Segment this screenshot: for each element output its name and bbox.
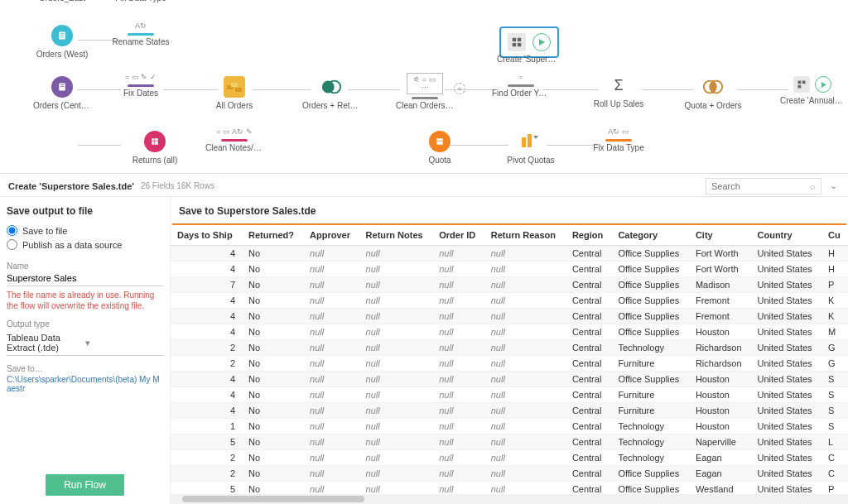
- table-cell: null: [432, 419, 484, 434]
- node-fix-data-type-top[interactable]: Fix Data Type: [112, 0, 170, 2]
- output-type-select[interactable]: Tableau Data Extract (.tde) ▾: [7, 330, 163, 356]
- radio-save-to-file-input[interactable]: [7, 225, 17, 236]
- table-row[interactable]: 4NonullnullnullnullCentralOffice Supplie…: [171, 293, 848, 309]
- table-row[interactable]: 2NonullnullnullnullCentralOffice Supplie…: [171, 466, 848, 482]
- table-cell: Office Supplies: [611, 293, 689, 309]
- table-cell: United States: [751, 293, 822, 309]
- table-cell: null: [359, 403, 433, 419]
- table-row[interactable]: 4NonullnullnullnullCentralOffice Supplie…: [171, 246, 848, 262]
- radio-save-to-file[interactable]: Save to file: [7, 225, 163, 236]
- table-cell: No: [242, 450, 303, 466]
- flow-canvas[interactable]: Orders_East Fix Data Type Orders (West) …: [0, 0, 848, 174]
- column-header[interactable]: Region: [566, 225, 612, 246]
- table-cell: null: [359, 324, 433, 340]
- table-cell: null: [359, 482, 433, 495]
- table-row[interactable]: 4NonullnullnullnullCentralOffice Supplie…: [171, 309, 848, 324]
- node-rename-states[interactable]: A↻ Rename States: [112, 22, 170, 46]
- table-row[interactable]: 2NonullnullnullnullCentralTechnologyRich…: [171, 340, 848, 356]
- table-cell: Central: [566, 262, 612, 277]
- table-row[interactable]: 4NonullnullnullnullCentralOffice Supplie…: [171, 262, 848, 277]
- node-orders-returns[interactable]: Orders + Returns: [302, 76, 360, 110]
- table-cell: Central: [566, 482, 612, 495]
- table-row[interactable]: 1NonullnullnullnullCentralTechnologyHous…: [171, 419, 848, 434]
- horizontal-scrollbar[interactable]: [171, 494, 848, 504]
- table-cell: Central: [566, 450, 612, 466]
- table-row[interactable]: 2NonullnullnullnullCentralTechnologyEaga…: [171, 450, 848, 466]
- table-cell: null: [432, 482, 484, 495]
- panel-menu-caret-icon[interactable]: ⌄: [830, 180, 840, 191]
- node-orders-east[interactable]: Orders_East: [33, 0, 91, 2]
- table-cell: United States: [751, 277, 822, 293]
- table-cell: P: [822, 277, 848, 293]
- table-cell: null: [432, 277, 484, 293]
- table-row[interactable]: 5NonullnullnullnullCentralOffice Supplie…: [171, 482, 848, 495]
- table-cell: Central: [566, 372, 612, 387]
- table-cell: 2: [171, 450, 242, 466]
- table-cell: Furniture: [611, 356, 689, 372]
- table-cell: null: [484, 419, 566, 434]
- radio-publish-input[interactable]: [7, 239, 17, 250]
- node-create-superstore[interactable]: [499, 26, 559, 58]
- node-all-orders[interactable]: All Orders: [205, 76, 263, 110]
- scrollbar-thumb[interactable]: [182, 496, 364, 502]
- node-returns-all[interactable]: Returns (all): [126, 131, 184, 165]
- search-box[interactable]: ⌕: [706, 178, 822, 194]
- datasource-icon: [51, 25, 73, 46]
- step-type-icon: A↻ ▭: [590, 127, 648, 136]
- table-row[interactable]: 2NonullnullnullnullCentralFurnitureRicha…: [171, 356, 848, 372]
- table-cell: null: [303, 340, 359, 356]
- column-header[interactable]: Days to Ship: [171, 225, 242, 246]
- node-orders-west[interactable]: Orders (West): [33, 25, 91, 59]
- node-orders-central[interactable]: Orders (Central): [33, 76, 91, 110]
- node-find-order-year[interactable]: = Find Order Year: [492, 73, 550, 98]
- node-quota[interactable]: Quota: [411, 131, 469, 165]
- search-input[interactable]: [711, 181, 810, 191]
- table-row[interactable]: 4NonullnullnullnullCentralOffice Supplie…: [171, 324, 848, 340]
- node-fix-data-type-bottom[interactable]: A↻ ▭ Fix Data Type: [590, 127, 648, 152]
- table-cell: null: [303, 246, 359, 262]
- node-pivot-quotas[interactable]: Pivot Quotas: [502, 131, 560, 165]
- table-cell: null: [484, 324, 566, 340]
- column-header[interactable]: Returned?: [242, 225, 303, 246]
- table-cell: Madison: [689, 277, 751, 293]
- svg-rect-7: [152, 138, 158, 145]
- table-cell: Central: [566, 324, 612, 340]
- node-create-annual[interactable]: Create 'Annual …: [780, 76, 845, 105]
- column-header[interactable]: Country: [751, 225, 822, 246]
- table-cell: 4: [171, 387, 242, 403]
- table-cell: null: [359, 309, 433, 324]
- datasource-icon: [51, 76, 73, 98]
- table-row[interactable]: 4NonullnullnullnullCentralFurnitureHoust…: [171, 387, 848, 403]
- svg-rect-6: [60, 86, 65, 87]
- column-header[interactable]: Return Reason: [484, 225, 566, 246]
- column-header[interactable]: Approver: [303, 225, 359, 246]
- table-row[interactable]: 7NonullnullnullnullCentralOffice Supplie…: [171, 277, 848, 293]
- save-to-path[interactable]: C:\Users\sparker\Documents\(beta) My Mae…: [7, 375, 163, 393]
- node-fix-dates[interactable]: = ▭ ✎ ✓ Fix Dates: [112, 73, 170, 98]
- node-clean-notes[interactable]: = ▭ A↻ ✎ Clean Notes/Ap…: [205, 127, 263, 152]
- column-header[interactable]: City: [689, 225, 751, 246]
- run-icon[interactable]: [815, 76, 831, 93]
- column-header[interactable]: Order ID: [432, 225, 484, 246]
- column-header[interactable]: Cu: [822, 225, 848, 246]
- data-table-scroll[interactable]: Days to ShipReturned?ApproverReturn Note…: [171, 225, 848, 494]
- add-step-button[interactable]: +: [454, 83, 465, 94]
- radio-publish[interactable]: Publish as a data source: [7, 239, 163, 250]
- column-header[interactable]: Category: [611, 225, 689, 246]
- name-input[interactable]: [7, 271, 163, 286]
- node-clean-orders[interactable]: ⚟ = ▭ ⋯ Clean Orders + …: [396, 73, 454, 110]
- svg-rect-3: [60, 37, 65, 38]
- table-cell: Fremont: [689, 309, 751, 324]
- table-cell: No: [242, 262, 303, 277]
- run-icon[interactable]: [532, 33, 551, 51]
- table-row[interactable]: 4NonullnullnullnullCentralOffice Supplie…: [171, 372, 848, 387]
- node-quota-orders[interactable]: Quota + Orders: [684, 76, 742, 110]
- table-cell: null: [432, 309, 484, 324]
- run-flow-button[interactable]: Run Flow: [46, 474, 124, 496]
- table-row[interactable]: 4NonullnullnullnullCentralFurnitureHoust…: [171, 403, 848, 419]
- table-cell: null: [359, 466, 433, 482]
- column-header[interactable]: Return Notes: [359, 225, 433, 246]
- table-cell: Houston: [689, 403, 751, 419]
- table-row[interactable]: 5NonullnullnullnullCentralTechnologyNape…: [171, 434, 848, 450]
- node-roll-up-sales[interactable]: Σ Roll Up Sales: [590, 74, 648, 108]
